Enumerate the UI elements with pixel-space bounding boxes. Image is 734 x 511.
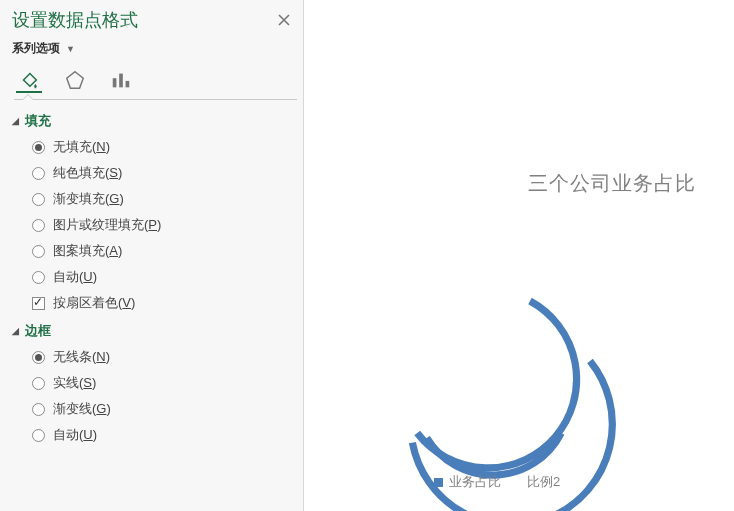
radio-option[interactable]: 实线(S) — [32, 370, 303, 396]
chart-preview: 三个公司业务占比 业务占比 比例2 — [304, 0, 734, 511]
close-icon[interactable] — [275, 11, 293, 29]
legend-item[interactable]: 业务占比 — [434, 473, 501, 491]
option-label: 按扇区着色(V) — [53, 294, 135, 312]
legend-label: 比例2 — [527, 474, 560, 489]
fill-line-tab[interactable] — [16, 67, 42, 93]
series-options-label: 系列选项 — [12, 40, 60, 57]
option-label: 渐变线(G) — [53, 400, 111, 418]
radio-option[interactable]: 渐变填充(G) — [32, 186, 303, 212]
radio-option[interactable]: 无填充(N) — [32, 134, 303, 160]
radio-option[interactable]: 自动(U) — [32, 264, 303, 290]
svg-marker-0 — [67, 72, 84, 89]
radio-icon — [32, 219, 45, 232]
checkbox-option[interactable]: 按扇区着色(V) — [32, 290, 303, 316]
doughnut-chart[interactable] — [374, 265, 614, 505]
radio-icon — [32, 351, 45, 364]
radio-icon — [32, 403, 45, 416]
radio-option[interactable]: 无线条(N) — [32, 344, 303, 370]
group-label: 填充 — [25, 112, 51, 130]
option-label: 渐变填充(G) — [53, 190, 124, 208]
option-label: 图片或纹理填充(P) — [53, 216, 161, 234]
radio-option[interactable]: 自动(U) — [32, 422, 303, 448]
radio-icon — [32, 193, 45, 206]
tab-underline — [14, 99, 297, 100]
panel-header: 设置数据点格式 — [0, 0, 303, 38]
radio-icon — [32, 245, 45, 258]
option-label: 图案填充(A) — [53, 242, 122, 260]
group-label: 边框 — [25, 322, 51, 340]
radio-option[interactable]: 图片或纹理填充(P) — [32, 212, 303, 238]
format-data-point-panel: 设置数据点格式 系列选项 ▼ ◢填充无填充(N)纯色填充(S)渐变填充(G)图片… — [0, 0, 304, 511]
format-category-tabs — [0, 63, 303, 99]
panel-title: 设置数据点格式 — [12, 8, 138, 32]
group-header[interactable]: ◢填充 — [12, 106, 303, 134]
option-label: 实线(S) — [53, 374, 96, 392]
chart-legend: 业务占比 比例2 — [434, 473, 560, 491]
radio-icon — [32, 377, 45, 390]
radio-icon — [32, 271, 45, 284]
svg-rect-2 — [119, 74, 123, 88]
option-label: 自动(U) — [53, 426, 97, 444]
radio-icon — [32, 167, 45, 180]
chart-title: 三个公司业务占比 — [528, 170, 696, 197]
series-options-tab[interactable] — [108, 67, 134, 93]
effects-tab[interactable] — [62, 67, 88, 93]
option-label: 自动(U) — [53, 268, 97, 286]
legend-swatch — [434, 478, 443, 487]
svg-rect-1 — [113, 78, 117, 87]
option-label: 无填充(N) — [53, 138, 110, 156]
svg-rect-3 — [126, 81, 130, 87]
legend-item[interactable]: 比例2 — [527, 473, 560, 491]
chevron-down-icon: ▼ — [66, 44, 75, 54]
legend-label: 业务占比 — [449, 474, 501, 489]
collapse-icon: ◢ — [12, 116, 19, 126]
options-scroll-area[interactable]: ◢填充无填充(N)纯色填充(S)渐变填充(G)图片或纹理填充(P)图案填充(A)… — [0, 100, 303, 511]
checkbox-icon — [32, 297, 45, 310]
group-header[interactable]: ◢边框 — [12, 316, 303, 344]
option-label: 无线条(N) — [53, 348, 110, 366]
series-options-dropdown[interactable]: 系列选项 ▼ — [0, 38, 303, 63]
radio-option[interactable]: 图案填充(A) — [32, 238, 303, 264]
radio-icon — [32, 141, 45, 154]
option-label: 纯色填充(S) — [53, 164, 122, 182]
collapse-icon: ◢ — [12, 326, 19, 336]
radio-icon — [32, 429, 45, 442]
radio-option[interactable]: 渐变线(G) — [32, 396, 303, 422]
radio-option[interactable]: 纯色填充(S) — [32, 160, 303, 186]
